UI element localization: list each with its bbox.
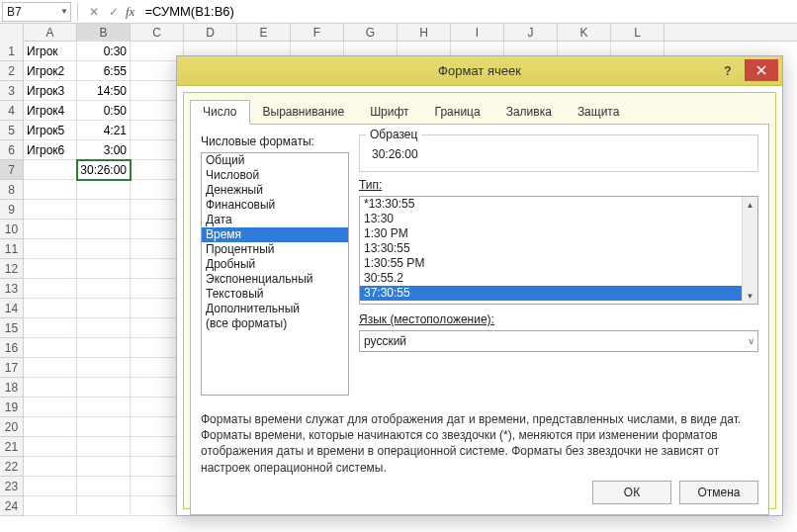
row-header[interactable]: 22 xyxy=(0,457,24,477)
language-select[interactable]: русский v xyxy=(359,330,758,352)
row-header[interactable]: 15 xyxy=(0,318,24,338)
categories-listbox[interactable]: ОбщийЧисловойДенежныйФинансовыйДатаВремя… xyxy=(201,152,349,396)
cell[interactable] xyxy=(24,279,77,299)
scrollbar[interactable]: ▲ ▼ xyxy=(742,197,757,304)
close-button[interactable] xyxy=(745,59,778,81)
cell[interactable] xyxy=(77,477,131,496)
cell[interactable] xyxy=(24,338,77,358)
tab-граница[interactable]: Граница xyxy=(422,100,493,125)
category-item[interactable]: Текстовый xyxy=(202,287,348,302)
cell[interactable] xyxy=(24,477,77,496)
cell[interactable] xyxy=(77,437,131,457)
scroll-down-icon[interactable]: ▼ xyxy=(743,288,757,304)
cell[interactable] xyxy=(24,437,77,457)
accept-formula-icon[interactable]: ✓ xyxy=(104,2,124,22)
row-header[interactable]: 10 xyxy=(0,220,24,239)
cell[interactable] xyxy=(77,496,131,516)
cell[interactable]: 30:26:00 xyxy=(77,160,131,180)
cell[interactable] xyxy=(77,358,131,378)
formula-input[interactable] xyxy=(140,2,797,22)
row-header[interactable]: 23 xyxy=(0,477,24,496)
type-item[interactable]: 30:55.2 xyxy=(360,271,742,286)
row-header[interactable]: 2 xyxy=(0,61,24,81)
cell[interactable]: 14:50 xyxy=(77,81,131,101)
cell[interactable]: Игрок4 xyxy=(24,101,77,121)
type-item[interactable]: *13:30:55 xyxy=(360,197,742,212)
cell[interactable] xyxy=(77,398,131,417)
row-header[interactable]: 20 xyxy=(0,417,24,437)
cell[interactable] xyxy=(77,239,131,259)
cancel-button[interactable]: Отмена xyxy=(679,481,758,504)
cell[interactable] xyxy=(24,358,77,378)
category-item[interactable]: Финансовый xyxy=(202,198,348,213)
row-header[interactable]: 7 xyxy=(0,160,24,180)
row-header[interactable]: 8 xyxy=(0,180,24,200)
cell[interactable]: Игрок3 xyxy=(24,81,77,101)
cell[interactable]: 0:30 xyxy=(77,42,131,61)
cell[interactable] xyxy=(77,378,131,398)
cell[interactable] xyxy=(77,259,131,279)
cell[interactable] xyxy=(24,318,77,338)
row-header[interactable]: 9 xyxy=(0,200,24,220)
cell[interactable]: 3:00 xyxy=(77,140,131,160)
select-all-corner[interactable] xyxy=(0,24,24,42)
column-header[interactable]: B xyxy=(77,24,131,42)
cell[interactable] xyxy=(24,259,77,279)
cell[interactable] xyxy=(24,160,77,180)
tab-защита[interactable]: Защита xyxy=(565,100,633,125)
type-item[interactable]: 37:30:55 xyxy=(360,286,742,301)
scroll-up-icon[interactable]: ▲ xyxy=(743,197,757,213)
column-header[interactable]: L xyxy=(611,24,664,42)
column-header[interactable]: J xyxy=(504,24,558,42)
cell[interactable]: Игрок5 xyxy=(24,121,77,140)
category-item[interactable]: Числовой xyxy=(202,168,348,183)
column-header[interactable]: K xyxy=(558,24,611,42)
cell[interactable]: Игрок2 xyxy=(24,61,77,81)
cell[interactable]: Игрок xyxy=(24,42,77,61)
cell[interactable] xyxy=(77,279,131,299)
ok-button[interactable]: ОК xyxy=(592,481,671,504)
row-header[interactable]: 12 xyxy=(0,259,24,279)
cell[interactable] xyxy=(77,200,131,220)
row-header[interactable]: 18 xyxy=(0,378,24,398)
type-item[interactable]: 1:30 PM xyxy=(360,226,742,241)
column-header[interactable]: E xyxy=(237,24,291,42)
category-item[interactable]: Процентный xyxy=(202,242,348,257)
row-header[interactable]: 16 xyxy=(0,338,24,358)
row-header[interactable]: 3 xyxy=(0,81,24,101)
category-item[interactable]: Денежный xyxy=(202,183,348,198)
cell[interactable] xyxy=(24,398,77,417)
category-item[interactable]: Дробный xyxy=(202,257,348,272)
cell[interactable]: 6:55 xyxy=(77,61,131,81)
dialog-titlebar[interactable]: Формат ячеек ? xyxy=(177,56,782,86)
column-header[interactable]: I xyxy=(451,24,504,42)
column-header[interactable]: G xyxy=(344,24,398,42)
category-item[interactable]: Время xyxy=(202,227,348,242)
tab-выравнивание[interactable]: Выравнивание xyxy=(250,100,358,125)
cell[interactable] xyxy=(24,378,77,398)
fx-icon[interactable]: fx xyxy=(126,4,134,20)
cell[interactable] xyxy=(24,457,77,477)
row-header[interactable]: 14 xyxy=(0,299,24,318)
type-listbox[interactable]: *13:30:5513:301:30 PM13:30:551:30:55 PM3… xyxy=(359,196,758,305)
cell[interactable]: 0:50 xyxy=(77,101,131,121)
category-item[interactable]: Общий xyxy=(202,153,348,168)
row-header[interactable]: 19 xyxy=(0,398,24,417)
cell[interactable] xyxy=(24,200,77,220)
cell[interactable] xyxy=(24,220,77,239)
cell[interactable] xyxy=(77,318,131,338)
category-item[interactable]: Экспоненциальный xyxy=(202,272,348,287)
name-box[interactable]: B7 ▼ xyxy=(2,2,71,22)
row-header[interactable]: 13 xyxy=(0,279,24,299)
type-item[interactable]: 1:30:55 PM xyxy=(360,256,742,271)
cell[interactable] xyxy=(77,180,131,200)
row-header[interactable]: 1 xyxy=(0,42,24,61)
category-item[interactable]: Дата xyxy=(202,213,348,227)
column-header[interactable]: A xyxy=(24,24,77,42)
cell[interactable] xyxy=(24,180,77,200)
row-header[interactable]: 4 xyxy=(0,101,24,121)
category-item[interactable]: (все форматы) xyxy=(202,316,348,331)
cell[interactable] xyxy=(77,220,131,239)
cell[interactable] xyxy=(24,299,77,318)
tab-заливка[interactable]: Заливка xyxy=(493,100,565,125)
